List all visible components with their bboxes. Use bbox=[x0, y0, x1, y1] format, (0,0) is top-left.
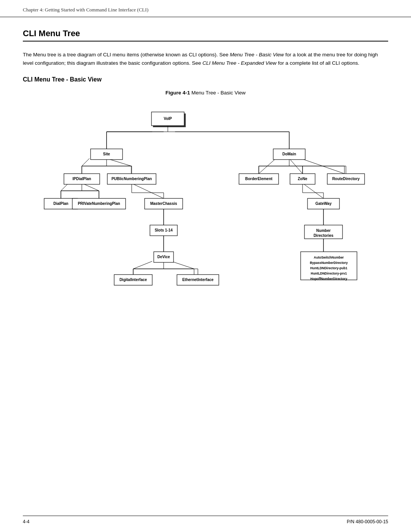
pubNumberingPlan-node-text: PUBlicNumberingPlan bbox=[112, 177, 152, 181]
voip-node-text: VoIP bbox=[164, 117, 172, 121]
tree-diagram: VoIP Site DoMain IPDialPlan PUBlicNumber… bbox=[23, 103, 388, 362]
dialPlan-node-text: DialPlan bbox=[53, 201, 68, 206]
ethernetInterface-node-text: EthernetInterface bbox=[182, 278, 214, 282]
svg-line-29 bbox=[303, 183, 323, 198]
section-title: CLI Menu Tree - Basic View bbox=[23, 76, 388, 83]
chapter-title: CLI Menu Tree bbox=[23, 29, 388, 42]
svg-line-4 bbox=[82, 158, 89, 166]
tree-svg: VoIP Site DoMain IPDialPlan PUBlicNumber… bbox=[23, 103, 388, 362]
numberDirectories-node-text: Number bbox=[316, 228, 331, 233]
page-header: Chapter 4: Getting Started with Command … bbox=[0, 0, 411, 17]
privNumberingPlan-node-text: PRIVateNumberingPlan bbox=[78, 201, 120, 206]
svg-line-19 bbox=[171, 261, 194, 269]
page-content: CLI Menu Tree The Menu tree is a tree di… bbox=[0, 17, 411, 385]
autoSwitchNumber-text: AutoSwitchNumber bbox=[314, 256, 344, 259]
device-node-text: DeVice bbox=[157, 255, 170, 259]
figure-caption-rest: Menu Tree - Basic View bbox=[190, 90, 245, 96]
footer-left: 4-4 bbox=[23, 519, 29, 524]
bypassNumberDirectory-text: BypassNumberDirectory bbox=[310, 261, 348, 265]
body-paragraph: The Menu tree is a tree diagram of CLI m… bbox=[23, 51, 388, 67]
masterChassis-node-text: MasterChassis bbox=[150, 201, 177, 206]
site-node-text: Site bbox=[103, 152, 110, 156]
footer-right: P/N 480-0005-00-15 bbox=[347, 519, 388, 524]
header-text: Chapter 4: Getting Started with Command … bbox=[23, 7, 148, 13]
page-footer: 4-4 P/N 480-0005-00-15 bbox=[23, 516, 388, 524]
svg-text:Directories: Directories bbox=[314, 233, 334, 238]
huntLDNDirectoryPub1-text: HuntLDNDirectory-pub1 bbox=[310, 266, 347, 270]
digitalInterface-node-text: DigitalInterface bbox=[119, 278, 147, 282]
svg-line-14 bbox=[131, 183, 164, 198]
zone-node-text: ZoNe bbox=[298, 177, 307, 181]
gateway-node-text: GateWay bbox=[315, 201, 332, 206]
domain-node-text: DoMain bbox=[282, 152, 296, 156]
hopoffNumberDirectory-text: HopoffNumberDirectory bbox=[311, 277, 347, 281]
figure-caption: Figure 4-1 Menu Tree - Basic View bbox=[23, 90, 388, 96]
huntLDNDirectoryPrv1-text: HuntLDNDirectory-prv1 bbox=[311, 272, 347, 275]
slots-node-text: Slots 1-14 bbox=[155, 228, 173, 232]
ipDialPlan-node-text: IPDialPlan bbox=[73, 177, 91, 181]
borderElement-node-text: BorderElement bbox=[245, 177, 272, 181]
svg-line-17 bbox=[133, 261, 152, 269]
routeDirectory-node-text: RouteDirectory bbox=[332, 177, 360, 181]
figure-caption-bold: Figure 4-1 bbox=[166, 90, 190, 96]
